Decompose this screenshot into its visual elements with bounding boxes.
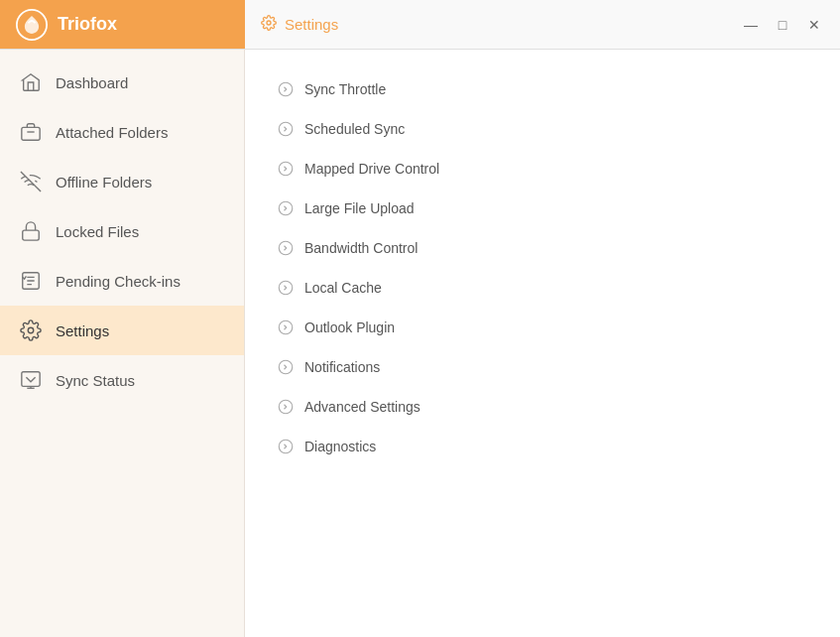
settings-menu-label-notifications: Notifications <box>304 359 380 375</box>
svg-rect-2 <box>22 127 40 140</box>
chevron-right-icon <box>277 398 295 416</box>
sidebar-item-dashboard[interactable]: Dashboard <box>0 58 244 107</box>
sidebar-label-settings: Settings <box>56 322 109 339</box>
settings-menu-item-diagnostics[interactable]: Diagnostics <box>277 427 808 466</box>
chevron-right-icon <box>277 80 295 98</box>
settings-menu-list: Sync ThrottleScheduled SyncMapped Drive … <box>277 69 808 466</box>
window-controls: — □ ✕ <box>741 15 824 35</box>
chevron-right-icon <box>277 318 295 336</box>
gear-icon <box>20 319 42 341</box>
settings-menu-label-mapped-drive-control: Mapped Drive Control <box>304 161 439 177</box>
title-bar: Triofox Settings — □ ✕ <box>0 0 840 50</box>
svg-point-7 <box>28 327 34 333</box>
maximize-button[interactable]: □ <box>773 15 792 35</box>
settings-content: Sync ThrottleScheduled SyncMapped Drive … <box>245 50 840 637</box>
settings-menu-item-mapped-drive-control[interactable]: Mapped Drive Control <box>277 149 808 189</box>
chevron-right-icon <box>277 239 295 257</box>
settings-menu-label-large-file-upload: Large File Upload <box>304 200 415 216</box>
sidebar-item-sync-status[interactable]: Sync Status <box>0 355 244 405</box>
settings-menu-label-outlook-plugin: Outlook Plugin <box>304 319 395 335</box>
settings-menu-item-local-cache[interactable]: Local Cache <box>277 268 808 308</box>
sidebar-label-offline-folders: Offline Folders <box>56 174 152 191</box>
checkins-icon <box>20 270 42 292</box>
sidebar-item-locked-files[interactable]: Locked Files <box>0 206 244 256</box>
settings-menu-item-notifications[interactable]: Notifications <box>277 347 808 387</box>
folder-icon <box>20 121 42 143</box>
chevron-right-icon <box>277 160 295 178</box>
sidebar: Dashboard Attached Folders <box>0 50 245 637</box>
minimize-button[interactable]: — <box>741 15 761 35</box>
sidebar-item-settings[interactable]: Settings <box>0 306 244 355</box>
settings-menu-item-bandwidth-control[interactable]: Bandwidth Control <box>277 228 808 268</box>
settings-menu-label-advanced-settings: Advanced Settings <box>304 399 420 415</box>
settings-menu-item-advanced-settings[interactable]: Advanced Settings <box>277 387 808 427</box>
settings-menu-label-local-cache: Local Cache <box>304 280 382 296</box>
sidebar-label-dashboard: Dashboard <box>56 74 128 91</box>
wifi-off-icon <box>20 171 42 192</box>
settings-menu-label-scheduled-sync: Scheduled Sync <box>304 121 405 137</box>
chevron-right-icon <box>277 279 295 297</box>
settings-menu-item-large-file-upload[interactable]: Large File Upload <box>277 189 808 228</box>
svg-rect-8 <box>22 372 40 387</box>
sidebar-label-sync-status: Sync Status <box>56 372 135 389</box>
svg-rect-5 <box>23 230 40 240</box>
chevron-right-icon <box>277 120 295 138</box>
sidebar-label-pending-checkins: Pending Check-ins <box>56 273 180 290</box>
settings-menu-label-sync-throttle: Sync Throttle <box>304 81 386 97</box>
app-logo <box>16 9 48 41</box>
home-icon <box>20 71 42 93</box>
main-layout: Dashboard Attached Folders <box>0 50 840 637</box>
settings-menu-item-outlook-plugin[interactable]: Outlook Plugin <box>277 308 808 347</box>
sync-icon <box>20 369 42 391</box>
lock-icon <box>20 220 42 242</box>
sidebar-item-attached-folders[interactable]: Attached Folders <box>0 107 244 157</box>
sidebar-item-offline-folders[interactable]: Offline Folders <box>0 157 244 206</box>
settings-title-icon <box>261 15 277 35</box>
settings-menu-label-bandwidth-control: Bandwidth Control <box>304 240 418 256</box>
title-bar-content: Settings — □ ✕ <box>245 15 840 35</box>
settings-menu-label-diagnostics: Diagnostics <box>304 439 376 454</box>
svg-point-1 <box>267 21 271 25</box>
chevron-right-icon <box>277 358 295 376</box>
app-branding: Triofox <box>0 0 245 49</box>
sidebar-item-pending-checkins[interactable]: Pending Check-ins <box>0 256 244 306</box>
chevron-right-icon <box>277 199 295 217</box>
app-title: Triofox <box>58 14 117 35</box>
page-title: Settings <box>285 16 338 33</box>
chevron-right-icon <box>277 438 295 455</box>
sidebar-label-attached-folders: Attached Folders <box>56 124 168 141</box>
close-button[interactable]: ✕ <box>804 15 824 35</box>
settings-menu-item-sync-throttle[interactable]: Sync Throttle <box>277 69 808 109</box>
settings-menu-item-scheduled-sync[interactable]: Scheduled Sync <box>277 109 808 149</box>
sidebar-label-locked-files: Locked Files <box>56 223 139 240</box>
